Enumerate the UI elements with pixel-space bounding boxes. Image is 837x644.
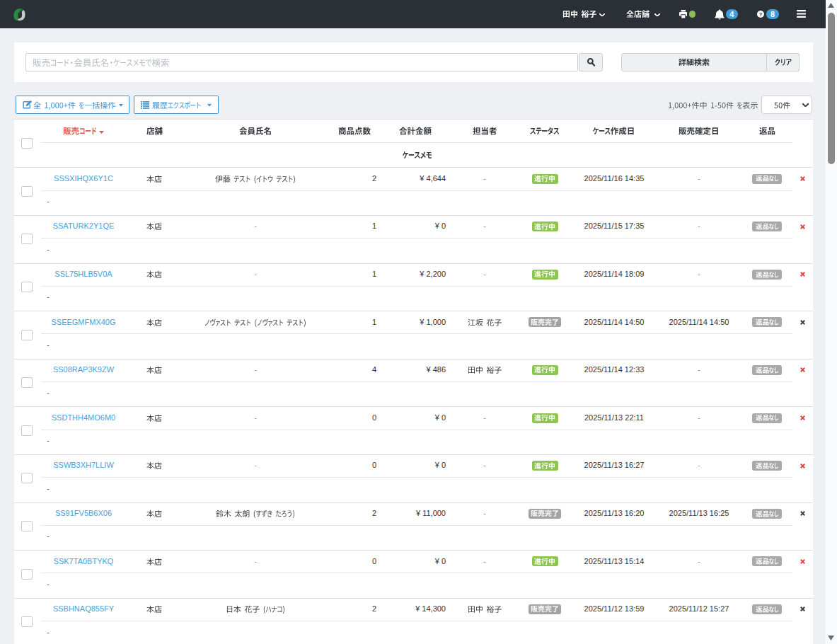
- svg-text:?: ?: [759, 11, 763, 18]
